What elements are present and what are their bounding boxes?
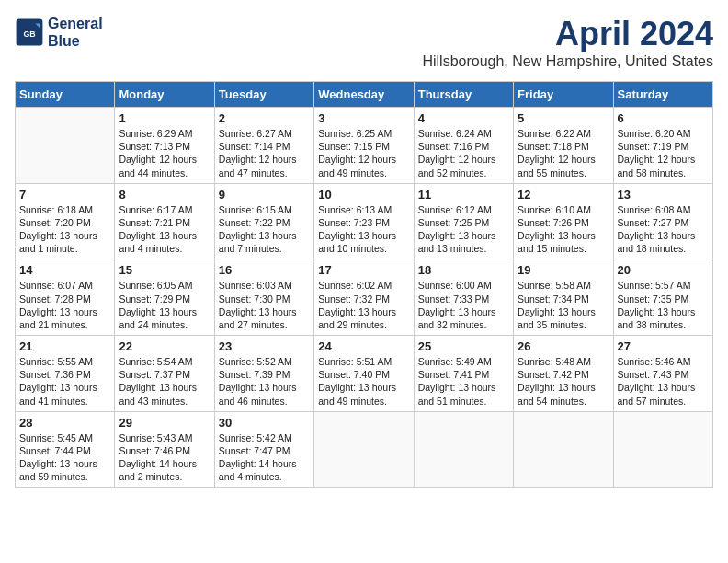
sunrise-text: Sunrise: 6:03 AMSunset: 7:30 PMDaylight:… [219, 280, 297, 330]
calendar-week-3: 14Sunrise: 6:07 AMSunset: 7:28 PMDayligh… [16, 259, 713, 336]
calendar-cell: 20Sunrise: 5:57 AMSunset: 7:35 PMDayligh… [613, 259, 712, 336]
calendar-week-2: 7Sunrise: 6:18 AMSunset: 7:20 PMDaylight… [16, 183, 713, 259]
calendar-cell: 6Sunrise: 6:20 AMSunset: 7:19 PMDaylight… [613, 108, 712, 184]
calendar-cell: 19Sunrise: 5:58 AMSunset: 7:34 PMDayligh… [514, 259, 613, 336]
calendar-cell: 16Sunrise: 6:03 AMSunset: 7:30 PMDayligh… [214, 259, 313, 336]
day-number: 27 [618, 339, 709, 353]
day-number: 3 [318, 111, 409, 125]
sunrise-text: Sunrise: 5:48 AMSunset: 7:42 PMDaylight:… [518, 356, 596, 407]
sunrise-text: Sunrise: 5:54 AMSunset: 7:37 PMDaylight:… [119, 356, 197, 407]
sunrise-text: Sunrise: 6:10 AMSunset: 7:26 PMDaylight:… [518, 204, 596, 255]
day-number: 10 [318, 188, 409, 201]
sunrise-text: Sunrise: 5:42 AMSunset: 7:47 PMDaylight:… [219, 432, 297, 483]
day-number: 1 [119, 111, 210, 125]
calendar-cell: 4Sunrise: 6:24 AMSunset: 7:16 PMDaylight… [414, 108, 513, 184]
day-number: 4 [418, 111, 509, 125]
calendar-cell: 7Sunrise: 6:18 AMSunset: 7:20 PMDaylight… [16, 183, 115, 259]
calendar-cell: 21Sunrise: 5:55 AMSunset: 7:36 PMDayligh… [16, 336, 115, 412]
sunrise-text: Sunrise: 6:07 AMSunset: 7:28 PMDaylight:… [19, 280, 97, 330]
calendar-cell: 27Sunrise: 5:46 AMSunset: 7:43 PMDayligh… [613, 336, 712, 412]
calendar-table: SundayMondayTuesdayWednesdayThursdayFrid… [15, 81, 713, 488]
logo-text-line2: Blue [48, 32, 103, 50]
day-number: 9 [219, 188, 310, 201]
sunrise-text: Sunrise: 5:43 AMSunset: 7:46 PMDaylight:… [119, 432, 197, 483]
calendar-cell: 22Sunrise: 5:54 AMSunset: 7:37 PMDayligh… [115, 336, 214, 412]
calendar-cell: 12Sunrise: 6:10 AMSunset: 7:26 PMDayligh… [514, 183, 613, 259]
sunrise-text: Sunrise: 6:17 AMSunset: 7:21 PMDaylight:… [119, 204, 197, 255]
sunrise-text: Sunrise: 6:08 AMSunset: 7:27 PMDaylight:… [618, 204, 696, 255]
calendar-cell: 24Sunrise: 5:51 AMSunset: 7:40 PMDayligh… [314, 336, 414, 412]
calendar-cell: 1Sunrise: 6:29 AMSunset: 7:13 PMDaylight… [115, 108, 214, 184]
logo-text-line1: General [48, 15, 103, 32]
header-day-sunday: Sunday [16, 82, 115, 108]
calendar-cell: 9Sunrise: 6:15 AMSunset: 7:22 PMDaylight… [214, 183, 313, 259]
calendar-cell: 11Sunrise: 6:12 AMSunset: 7:25 PMDayligh… [414, 183, 513, 259]
sunrise-text: Sunrise: 5:45 AMSunset: 7:44 PMDaylight:… [19, 432, 97, 483]
day-number: 19 [518, 263, 609, 277]
day-number: 28 [19, 416, 110, 430]
calendar-cell: 5Sunrise: 6:22 AMSunset: 7:18 PMDaylight… [514, 108, 613, 184]
sunrise-text: Sunrise: 6:29 AMSunset: 7:13 PMDaylight:… [119, 128, 197, 178]
logo: GB General Blue [15, 15, 103, 50]
day-number: 24 [318, 339, 409, 353]
day-number: 14 [19, 263, 110, 277]
day-number: 16 [219, 263, 310, 277]
day-number: 8 [119, 188, 210, 201]
calendar-cell: 2Sunrise: 6:27 AMSunset: 7:14 PMDaylight… [214, 108, 313, 184]
sunrise-text: Sunrise: 6:27 AMSunset: 7:14 PMDaylight:… [219, 128, 297, 178]
sunrise-text: Sunrise: 5:49 AMSunset: 7:41 PMDaylight:… [418, 356, 496, 407]
logo-icon: GB [15, 17, 44, 47]
sunrise-text: Sunrise: 6:15 AMSunset: 7:22 PMDaylight:… [219, 204, 297, 255]
sunrise-text: Sunrise: 6:13 AMSunset: 7:23 PMDaylight:… [318, 204, 396, 255]
sunrise-text: Sunrise: 6:12 AMSunset: 7:25 PMDaylight:… [418, 204, 496, 255]
day-number: 26 [518, 339, 609, 353]
calendar-cell: 29Sunrise: 5:43 AMSunset: 7:46 PMDayligh… [115, 411, 214, 488]
day-number: 23 [219, 339, 310, 353]
calendar-header: SundayMondayTuesdayWednesdayThursdayFrid… [16, 82, 713, 108]
day-number: 21 [19, 339, 110, 353]
day-number: 11 [418, 188, 509, 201]
calendar-cell: 28Sunrise: 5:45 AMSunset: 7:44 PMDayligh… [16, 411, 115, 488]
calendar-cell: 30Sunrise: 5:42 AMSunset: 7:47 PMDayligh… [214, 411, 313, 488]
calendar-cell: 13Sunrise: 6:08 AMSunset: 7:27 PMDayligh… [613, 183, 712, 259]
sunrise-text: Sunrise: 6:20 AMSunset: 7:19 PMDaylight:… [618, 128, 696, 178]
sunrise-text: Sunrise: 6:24 AMSunset: 7:16 PMDaylight:… [418, 128, 496, 178]
day-number: 6 [618, 111, 709, 125]
calendar-cell [514, 411, 613, 488]
sunrise-text: Sunrise: 5:58 AMSunset: 7:34 PMDaylight:… [518, 280, 596, 330]
calendar-subtitle: Hillsborough, New Hampshire, United Stat… [422, 53, 713, 70]
day-number: 22 [119, 339, 210, 353]
calendar-cell: 18Sunrise: 6:00 AMSunset: 7:33 PMDayligh… [414, 259, 513, 336]
sunrise-text: Sunrise: 6:05 AMSunset: 7:29 PMDaylight:… [119, 280, 197, 330]
calendar-cell: 14Sunrise: 6:07 AMSunset: 7:28 PMDayligh… [16, 259, 115, 336]
day-number: 29 [119, 416, 210, 430]
day-number: 2 [219, 111, 310, 125]
sunrise-text: Sunrise: 5:52 AMSunset: 7:39 PMDaylight:… [219, 356, 297, 407]
sunrise-text: Sunrise: 6:18 AMSunset: 7:20 PMDaylight:… [19, 204, 97, 255]
calendar-cell [314, 411, 414, 488]
header-day-thursday: Thursday [414, 82, 513, 108]
header-day-friday: Friday [514, 82, 613, 108]
header-row: SundayMondayTuesdayWednesdayThursdayFrid… [16, 82, 713, 108]
page-header: GB General Blue April 2024 Hillsborough,… [15, 15, 713, 70]
calendar-cell: 15Sunrise: 6:05 AMSunset: 7:29 PMDayligh… [115, 259, 214, 336]
calendar-cell [16, 108, 115, 184]
header-day-tuesday: Tuesday [214, 82, 313, 108]
day-number: 25 [418, 339, 509, 353]
calendar-body: 1Sunrise: 6:29 AMSunset: 7:13 PMDaylight… [16, 108, 713, 488]
title-section: April 2024 Hillsborough, New Hampshire, … [422, 15, 713, 70]
calendar-week-1: 1Sunrise: 6:29 AMSunset: 7:13 PMDaylight… [16, 108, 713, 184]
day-number: 17 [318, 263, 409, 277]
sunrise-text: Sunrise: 6:25 AMSunset: 7:15 PMDaylight:… [318, 128, 396, 178]
calendar-cell: 17Sunrise: 6:02 AMSunset: 7:32 PMDayligh… [314, 259, 414, 336]
calendar-cell [414, 411, 513, 488]
header-day-wednesday: Wednesday [314, 82, 414, 108]
calendar-cell [613, 411, 712, 488]
calendar-cell: 10Sunrise: 6:13 AMSunset: 7:23 PMDayligh… [314, 183, 414, 259]
header-day-saturday: Saturday [613, 82, 712, 108]
calendar-week-4: 21Sunrise: 5:55 AMSunset: 7:36 PMDayligh… [16, 336, 713, 412]
day-number: 7 [19, 188, 110, 201]
sunrise-text: Sunrise: 6:02 AMSunset: 7:32 PMDaylight:… [318, 280, 396, 330]
calendar-week-5: 28Sunrise: 5:45 AMSunset: 7:44 PMDayligh… [16, 411, 713, 488]
sunrise-text: Sunrise: 5:51 AMSunset: 7:40 PMDaylight:… [318, 356, 396, 407]
